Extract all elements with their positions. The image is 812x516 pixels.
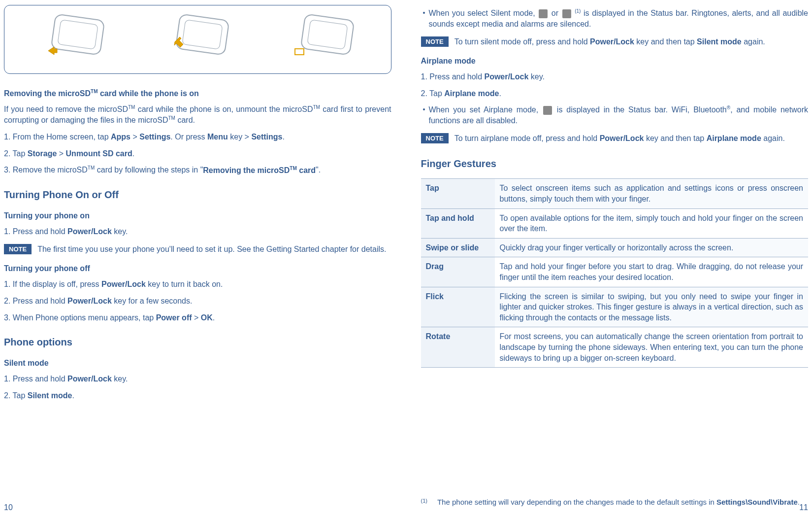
air-step-2: 2. Tap Airplane mode.: [421, 88, 809, 99]
page-number-right: 11: [799, 503, 808, 512]
footnote-marker: (1): [421, 498, 427, 506]
turn-off-step-3: 3. When Phone options menu appears, tap …: [4, 312, 391, 323]
table-row: RotateFor most screens, you can automati…: [421, 327, 809, 368]
airplane-icon: [543, 106, 552, 115]
step-1: 1. From the Home screen, tap Apps > Sett…: [4, 132, 391, 142]
turn-on-step-1: 1. Press and hold Power/Lock key.: [4, 226, 391, 237]
svg-rect-6: [295, 49, 304, 55]
footnote-text: The phone setting will vary depending on…: [437, 498, 800, 506]
silent-step-1: 1. Press and hold Power/Lock key.: [4, 374, 391, 384]
gesture-desc: To select onscreen items such as applica…: [495, 179, 809, 208]
note-text: The first time you use your phone you'll…: [37, 244, 391, 255]
airplane-sub: Airplane mode: [421, 57, 809, 66]
airplane-bullet: When you set Airplane mode, is displayed…: [421, 104, 809, 126]
turning-heading: Turning Phone On or Off: [4, 189, 391, 201]
svg-rect-5: [307, 20, 348, 49]
table-row: Swipe or slideQuickly drag your finger v…: [421, 238, 809, 257]
phone-open-illustration-3: [283, 12, 362, 67]
gesture-desc: For most screens, you can automatically …: [495, 327, 809, 368]
illustration-box: [4, 5, 391, 74]
silent-bullet: When you select Silent mode, or (1) is d…: [421, 8, 809, 30]
table-row: FlickFlicking the screen is similar to s…: [421, 287, 809, 327]
note-first-time: NOTE The first time you use your phone y…: [4, 244, 391, 255]
step-2: 2. Tap Storage > Unmount SD card.: [4, 148, 391, 159]
gesture-name: Flick: [421, 287, 495, 327]
removing-intro: If you need to remove the microSDTM card…: [4, 104, 391, 126]
phone-open-illustration-2: [158, 12, 237, 67]
bullet-icon: [423, 12, 425, 14]
note-badge: NOTE: [421, 36, 449, 47]
step-3: 3. Remove the microSDTM card by followin…: [4, 165, 391, 175]
note-text: To turn silent mode off, press and hold …: [455, 36, 808, 47]
svg-rect-3: [182, 20, 223, 49]
gesture-name: Drag: [421, 257, 495, 287]
svg-rect-1: [58, 20, 98, 49]
table-row: DragTap and hold your finger before you …: [421, 257, 809, 287]
phone-options-heading: Phone options: [4, 337, 391, 348]
removing-heading: Removing the microSDTM card while the ph…: [4, 89, 391, 98]
turn-off-step-1: 1. If the display is off, press Power/Lo…: [4, 279, 391, 290]
silent-sub: Silent mode: [4, 359, 391, 368]
left-page: Removing the microSDTM card while the ph…: [0, 0, 406, 516]
gesture-name: Rotate: [421, 327, 495, 368]
page-number-left: 10: [4, 503, 13, 512]
air-step-1: 1. Press and hold Power/Lock key.: [421, 71, 809, 82]
silent-step-2: 2. Tap Silent mode.: [4, 390, 391, 401]
turn-off-sub: Turning your phone off: [4, 264, 391, 273]
gesture-desc: To open available options for the item, …: [495, 208, 809, 238]
gestures-heading: Finger Gestures: [421, 158, 809, 170]
turn-off-step-2: 2. Press and hold Power/Lock key for a f…: [4, 296, 391, 307]
note-silent-off: NOTE To turn silent mode off, press and …: [421, 36, 809, 47]
gesture-name: Swipe or slide: [421, 238, 495, 257]
speaker-mute-icon: [539, 9, 548, 18]
phone-open-illustration-1: [33, 12, 112, 67]
gesture-desc: Tap and hold your finger before you star…: [495, 257, 809, 287]
gesture-desc: Flicking the screen is similar to swipin…: [495, 287, 809, 327]
note-text: To turn airplane mode off, press and hol…: [455, 133, 808, 144]
gestures-table: TapTo select onscreen items such as appl…: [421, 178, 809, 368]
note-airplane-off: NOTE To turn airplane mode off, press an…: [421, 133, 809, 144]
table-row: Tap and holdTo open available options fo…: [421, 208, 809, 238]
note-badge: NOTE: [421, 133, 449, 143]
gesture-name: Tap and hold: [421, 208, 495, 238]
footnote: (1) The phone setting will vary dependin…: [421, 488, 809, 506]
turn-on-sub: Turning your phone on: [4, 211, 391, 220]
gesture-desc: Quickly drag your finger vertically or h…: [495, 238, 809, 257]
gesture-name: Tap: [421, 179, 495, 208]
bullet-icon: [423, 108, 425, 110]
vibrate-icon: [562, 9, 571, 18]
note-badge: NOTE: [4, 244, 32, 254]
table-row: TapTo select onscreen items such as appl…: [421, 179, 809, 208]
right-page: When you select Silent mode, or (1) is d…: [406, 0, 812, 516]
